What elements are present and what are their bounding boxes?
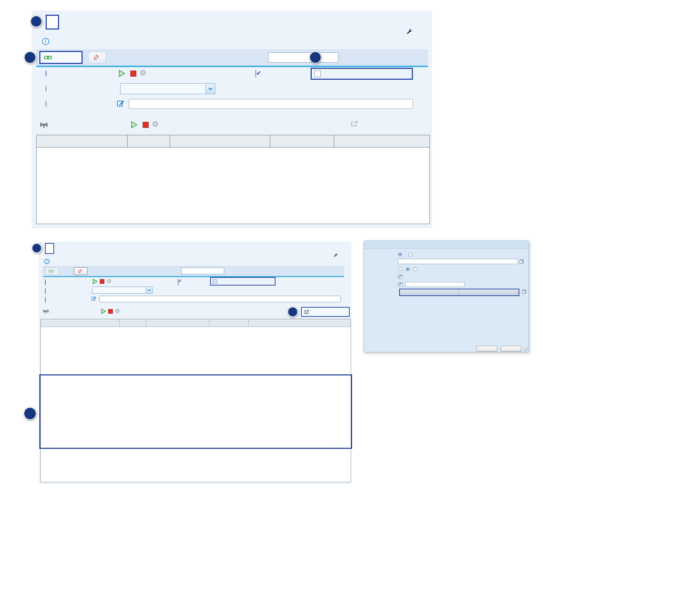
solution-node-dropdown[interactable] bbox=[120, 83, 215, 94]
column-header-name bbox=[37, 135, 128, 147]
disconnect-button[interactable] bbox=[74, 267, 87, 275]
no-new-connections-radio[interactable] bbox=[414, 267, 417, 271]
ok-button[interactable] bbox=[476, 346, 497, 352]
initial-branch-input[interactable] bbox=[181, 268, 224, 274]
create-tags-checkbox[interactable] bbox=[398, 275, 402, 279]
edit-icon[interactable] bbox=[117, 100, 125, 107]
remote-broker-radio[interactable] bbox=[46, 100, 46, 107]
enable-debug-checkbox[interactable] bbox=[213, 279, 217, 284]
data-model-header bbox=[400, 289, 519, 295]
chevron-down-icon[interactable] bbox=[146, 287, 152, 293]
page-title bbox=[46, 15, 59, 30]
simulator-row bbox=[32, 119, 432, 131]
connection-toolbar bbox=[43, 266, 344, 276]
remote-broker-radio[interactable] bbox=[45, 296, 46, 303]
enable-debug-group bbox=[311, 68, 413, 80]
remote-broker-url-input[interactable] bbox=[99, 296, 341, 302]
chain-link-icon bbox=[48, 269, 54, 273]
publisher-radio[interactable] bbox=[408, 253, 412, 256]
connect-button[interactable] bbox=[39, 51, 83, 64]
new-tagprovider-radio[interactable] bbox=[398, 267, 402, 271]
broken-chain-icon bbox=[92, 55, 100, 60]
data-template-checkbox[interactable] bbox=[398, 282, 402, 287]
solution-connection-row bbox=[39, 286, 351, 294]
column-header-address bbox=[334, 135, 429, 147]
module-nav bbox=[333, 253, 350, 257]
column-header-timestamp bbox=[209, 319, 249, 327]
publisher-simulator-icon bbox=[43, 308, 49, 314]
remote-broker-url-input[interactable] bbox=[129, 99, 413, 109]
remote-broker-row bbox=[39, 295, 351, 303]
play-icon[interactable] bbox=[93, 279, 97, 284]
column-header-type bbox=[128, 135, 170, 147]
mqtt-data-table bbox=[36, 135, 430, 224]
mqtt-tools-panel-top bbox=[32, 11, 432, 228]
step2-badge bbox=[24, 51, 36, 64]
data-template-input[interactable] bbox=[405, 282, 465, 287]
tree-header bbox=[41, 319, 351, 327]
edit-icon[interactable] bbox=[91, 296, 97, 301]
enable-debug-checkbox[interactable] bbox=[314, 71, 321, 77]
local-broker-radio[interactable] bbox=[46, 70, 46, 77]
info-icon[interactable] bbox=[42, 38, 49, 45]
remote-broker-row bbox=[32, 98, 432, 110]
column-header-value bbox=[170, 135, 270, 147]
module-connection-row bbox=[364, 266, 526, 272]
connection-string-input[interactable] bbox=[398, 259, 518, 264]
map-to-solution-button[interactable] bbox=[301, 307, 350, 317]
connection-string-row bbox=[364, 258, 526, 264]
step1-badge bbox=[24, 407, 37, 420]
stop-icon[interactable] bbox=[108, 309, 113, 314]
local-broker-row bbox=[39, 277, 351, 286]
info-icon[interactable] bbox=[44, 259, 50, 264]
copy-icon[interactable] bbox=[522, 289, 526, 294]
gear-icon[interactable] bbox=[139, 69, 147, 77]
local-broker-radio[interactable] bbox=[45, 279, 46, 286]
play-icon[interactable] bbox=[101, 309, 106, 314]
share-icon bbox=[304, 309, 310, 314]
solution-connection-row bbox=[32, 83, 432, 95]
solution-connection-radio[interactable] bbox=[46, 85, 46, 92]
chain-link-icon bbox=[44, 55, 52, 60]
enable-trace-checkbox[interactable] bbox=[255, 70, 256, 77]
mqtt-tree-table bbox=[40, 319, 351, 482]
map-to-solution-button[interactable] bbox=[351, 120, 362, 127]
column-header-type bbox=[120, 319, 146, 327]
stop-icon[interactable] bbox=[100, 279, 104, 284]
cancel-button[interactable] bbox=[501, 346, 521, 352]
play-icon[interactable] bbox=[131, 121, 137, 128]
enable-trace-checkbox[interactable] bbox=[178, 279, 179, 286]
collector-radio[interactable] bbox=[398, 253, 402, 256]
disconnect-button[interactable] bbox=[88, 52, 106, 63]
stop-icon[interactable] bbox=[143, 122, 149, 128]
dialog-title bbox=[364, 241, 528, 249]
play-icon[interactable] bbox=[119, 70, 125, 77]
chevron-down-icon[interactable] bbox=[206, 84, 215, 94]
wrench-icon bbox=[333, 253, 338, 257]
gear-icon[interactable] bbox=[115, 308, 120, 314]
stop-icon[interactable] bbox=[130, 71, 136, 77]
warning-badge bbox=[32, 243, 42, 253]
column-header-address bbox=[249, 319, 351, 327]
table-header bbox=[37, 135, 429, 148]
connect-button[interactable] bbox=[45, 267, 59, 275]
gear-icon[interactable] bbox=[152, 120, 159, 128]
solution-node-dropdown[interactable] bbox=[92, 287, 152, 294]
gear-icon[interactable] bbox=[106, 278, 111, 284]
mqtt-tools-panel-bottom bbox=[39, 242, 351, 484]
data-template-row bbox=[364, 282, 526, 287]
solution-connection-radio[interactable] bbox=[45, 288, 46, 294]
new-devicenode-radio[interactable] bbox=[406, 267, 410, 271]
copy-icon[interactable] bbox=[519, 259, 524, 264]
page-title bbox=[45, 243, 54, 254]
initial-branch-input[interactable] bbox=[268, 52, 338, 63]
toolbar-separator bbox=[36, 66, 428, 67]
export-mqtt-dialog bbox=[364, 241, 529, 352]
connection-toolbar bbox=[36, 49, 428, 66]
resize-grip[interactable] bbox=[524, 347, 528, 351]
column-header-name bbox=[41, 319, 120, 327]
local-broker-row bbox=[32, 68, 432, 80]
column-header-timestamp bbox=[270, 135, 334, 147]
screenshot-canvas bbox=[0, 0, 688, 616]
warning-badge bbox=[309, 51, 322, 64]
